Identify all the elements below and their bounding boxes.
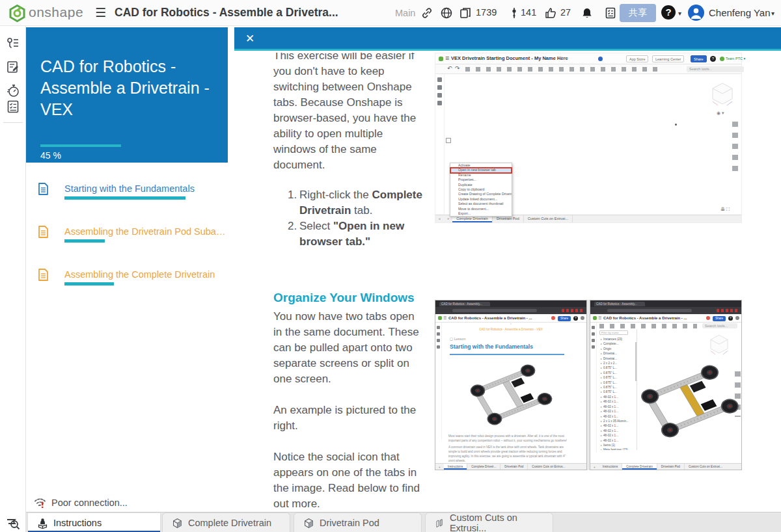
versions-count: 141: [521, 7, 536, 18]
onshape-app: onshape ☰ CAD for Robotics - Assemble a …: [0, 0, 781, 532]
lesson-label: Starting with the Fundamentals: [64, 183, 195, 194]
connection-status-text: Poor connection...: [51, 498, 128, 508]
mini-user-icon: [735, 316, 739, 320]
follow-lesson-icon[interactable]: [6, 36, 20, 51]
notifications-bell-icon[interactable]: [581, 7, 594, 20]
mini-view-menu: ◉ ▾: [717, 111, 724, 116]
mini-tab: Instructions: [599, 464, 623, 470]
workspace-label[interactable]: Main: [395, 8, 415, 18]
user-avatar[interactable]: [688, 5, 704, 21]
mini-paragraph: Most teams start their robot design proc…: [448, 434, 572, 444]
tab-drivetrain-pod[interactable]: Drivetrain Pod: [294, 512, 422, 532]
mini-filter-input: Filter by name: [599, 330, 628, 335]
share-button[interactable]: 共享: [620, 4, 656, 22]
mini-tree-row: 48-02 x 1...: [597, 405, 637, 409]
mini-canvas-dot: [675, 124, 677, 126]
lesson-item-complete-drivetrain[interactable]: Assembling the Complete Drivetrain: [26, 268, 234, 307]
assembly-tab-icon: [172, 518, 183, 529]
mini-user-icon: [581, 316, 584, 320]
context-menu-item[interactable]: Duplicate: [450, 183, 512, 187]
part-studio-tab-icon: [435, 518, 445, 529]
search-tabs-icon[interactable]: [5, 514, 21, 530]
document-title: CAD for Robotics - Assemble a Drivetra..…: [115, 6, 338, 20]
context-menu-item[interactable]: Properties...: [450, 178, 512, 182]
mini-breadcrumb: CAD for Robotics - Assemble a Drivetrain…: [435, 328, 586, 331]
person-icon: [690, 7, 702, 19]
user-menu-caret-icon[interactable]: ▾: [771, 10, 774, 17]
context-menu-item[interactable]: Create Drawing of Complete Drivetr...: [450, 192, 512, 196]
context-menu-item[interactable]: Export...: [450, 211, 512, 216]
mini-view-cube: [707, 79, 737, 109]
social-presence-icon: [706, 316, 710, 320]
intro-paragraph: This exercise will be easier if you don'…: [273, 53, 425, 173]
mini-tab: Instructions: [444, 464, 468, 470]
left-icon-rail: [0, 26, 26, 532]
mini-share-button: Share: [713, 316, 726, 321]
quiz-list-icon[interactable]: [6, 100, 20, 114]
context-menu-item[interactable]: Move to document...: [450, 207, 512, 211]
mini-search-tools: Search tools...: [702, 323, 737, 328]
mini-print-icons: 🖶 ⛶: [720, 207, 730, 212]
mini-right-toolbar: [732, 122, 738, 174]
drivetrain-render: [445, 356, 578, 433]
context-menu-item[interactable]: Select as document thumbnail: [450, 202, 512, 206]
tab-instructions[interactable]: Instructions: [27, 512, 161, 532]
body-paragraph: You now have two tabs open in the same d…: [273, 309, 425, 387]
like-icon[interactable]: [544, 7, 557, 20]
lesson-item-drivetrain-pod[interactable]: Assembling the Drivetrain Pod Suba…: [26, 225, 234, 264]
mini-team-icon: [720, 57, 724, 61]
user-name[interactable]: Chenfeng Yan: [709, 7, 771, 18]
instructions-content: This exercise will be easier if you don'…: [234, 53, 781, 512]
mini-share-button: Share: [558, 316, 571, 321]
mini-tab: Custom Cuts on Extrusi...: [685, 464, 726, 470]
help-button[interactable]: ?: [661, 5, 676, 20]
context-menu-item[interactable]: Update linked document...: [450, 197, 512, 202]
copies-icon[interactable]: [459, 7, 472, 20]
lesson-item-starting-fundamentals[interactable]: Starting with the Fundamentals: [26, 182, 234, 221]
step-item: 2. Select "Open in new browser tab.": [288, 219, 425, 250]
timer-icon[interactable]: [6, 83, 20, 98]
tab-complete-drivetrain[interactable]: Complete Drivetrain: [162, 512, 290, 532]
context-menu-item[interactable]: Activate: [450, 163, 512, 168]
tab-custom-cuts[interactable]: Custom Cuts on Extrusi...: [425, 512, 553, 532]
context-menu-item[interactable]: Open in new browser tab: [450, 168, 512, 172]
close-icon[interactable]: ✕: [245, 32, 254, 46]
step-text: Right-click the Complete Drivetrain tab.: [299, 187, 425, 219]
mini-tree-row: Complete...: [597, 341, 637, 346]
mini-onshape-topbar: ☰ CAD for Robotics - Assemble a Drivetra…: [435, 314, 586, 323]
onshape-logo-icon: [8, 5, 26, 22]
public-globe-icon[interactable]: [440, 7, 453, 20]
versions-icon[interactable]: [508, 7, 521, 20]
screenshot-open-in-new-tab: ☰ VEX Drivetrain Starting Document - My …: [435, 53, 742, 223]
lesson-progress-bar: [64, 196, 185, 200]
mini-tree-row: Items (1): [597, 443, 637, 447]
mini-search-tools: Search tools...: [687, 66, 744, 72]
edit-notes-icon[interactable]: [6, 60, 20, 74]
brand-wordmark: onshape: [29, 5, 83, 20]
main-menu-button[interactable]: ☰: [95, 7, 108, 20]
mini-doc-title: CAD for Robotics - Assemble a Drivetrain…: [603, 316, 687, 320]
mini-onshape-logo-icon: [439, 57, 443, 61]
course-progress-percent: 45 %: [40, 150, 61, 161]
mini-tree-row: Instances (23): [597, 337, 637, 341]
mini-tree-row: 0.875" L...: [597, 385, 637, 390]
help-caret-icon[interactable]: ▾: [678, 10, 681, 17]
context-menu-item[interactable]: Rename: [450, 173, 512, 178]
mini-left-rail: [435, 74, 445, 216]
top-bar: onshape ☰ CAD for Robotics - Assemble a …: [0, 0, 781, 26]
section-heading: Organize Your Windows: [273, 290, 425, 306]
link-icon[interactable]: [420, 7, 433, 20]
step-number: 2.: [288, 219, 299, 250]
body-paragraph: An example is pictured to the right.: [273, 403, 425, 434]
instructions-tab-icon: [37, 518, 48, 529]
rail-divider: [3, 122, 23, 123]
context-menu-item[interactable]: Copy to clipboard: [450, 187, 512, 192]
mini-onshape-topbar: ☰ CAD for Robotics - Assemble a Drivetra…: [590, 314, 741, 323]
release-notes-icon[interactable]: [604, 7, 617, 20]
mini-tree-row: Mate features (23): [597, 447, 637, 450]
mini-tree-row: 2 x 1 x 35 Alumin...: [597, 419, 637, 423]
lesson-doc-icon: [38, 182, 49, 196]
body-paragraph: Notice the social icon that appears on o…: [273, 449, 425, 512]
course-title: CAD for Robotics - Assemble a Drivetrain…: [40, 56, 217, 120]
browser-urlbar: [590, 307, 741, 314]
